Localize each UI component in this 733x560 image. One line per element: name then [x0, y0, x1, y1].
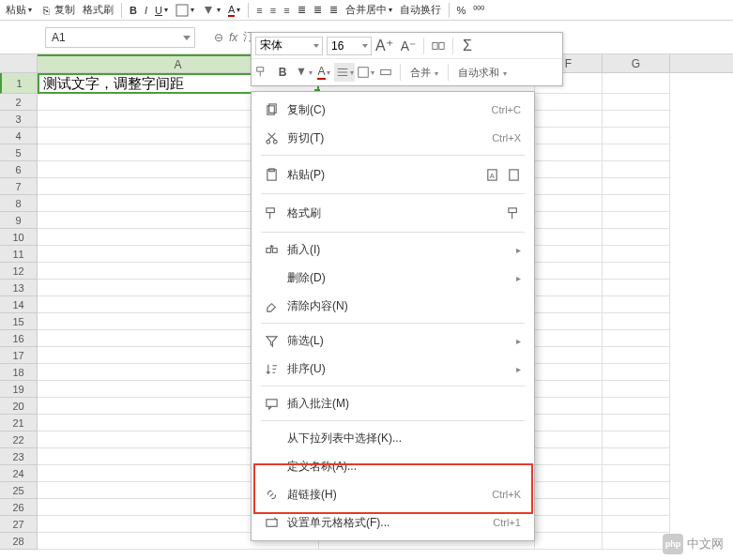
cell-reference-box[interactable]: A1	[45, 27, 195, 48]
bold-button[interactable]: B	[128, 5, 139, 16]
align-center-button[interactable]: ≡	[268, 5, 278, 16]
row-header[interactable]: 13	[0, 280, 38, 296]
align-right-button[interactable]: ≡	[282, 5, 291, 16]
filter-icon	[261, 334, 282, 348]
svg-rect-14	[510, 169, 518, 179]
row-header[interactable]: 20	[0, 398, 38, 415]
formula-area: ⊖ fx 汀	[214, 29, 254, 45]
fill-color-button[interactable]: ▾	[200, 4, 222, 17]
font-name-select[interactable]: 宋体	[255, 37, 323, 55]
row-header[interactable]: 16	[0, 330, 38, 347]
row-header[interactable]: 21	[0, 415, 38, 431]
menu-define-name[interactable]: 定义名称(A)...	[252, 452, 534, 480]
menu-format-cells[interactable]: 设置单元格格式(F)... Ctrl+1	[252, 508, 534, 537]
menu-label: 清除内容(N)	[287, 298, 521, 314]
format-painter-mini-button[interactable]	[252, 63, 272, 82]
autosum-mini-button[interactable]: 自动求和	[452, 66, 512, 80]
menu-clear[interactable]: 清除内容(N)	[252, 292, 534, 320]
align-left-button[interactable]: ≡	[254, 5, 264, 16]
row-header[interactable]: 2	[0, 94, 38, 111]
zoom-out-icon[interactable]: ⊖	[214, 31, 223, 44]
row-header[interactable]: 23	[0, 448, 38, 465]
copy-button[interactable]: ⎘ 复制	[38, 3, 77, 17]
menu-delete[interactable]: 删除(D) ▸	[252, 264, 534, 292]
row-header[interactable]: 4	[0, 128, 38, 144]
link-icon	[261, 488, 282, 502]
select-all-corner[interactable]	[0, 54, 38, 72]
percent-button[interactable]: %	[455, 5, 468, 16]
row-header[interactable]: 18	[0, 364, 38, 381]
merge-center-button[interactable]: 合并居中▾	[344, 3, 394, 17]
increase-font-button[interactable]: A⁺	[372, 37, 397, 54]
fill-color-mini-button[interactable]	[293, 63, 313, 82]
align-middle-button[interactable]: ≣	[312, 4, 324, 16]
divider	[449, 3, 450, 18]
underline-button[interactable]: U▾	[153, 5, 170, 16]
menu-cut[interactable]: 剪切(T) Ctrl+X	[252, 124, 534, 152]
decrease-font-button[interactable]: A⁻	[397, 38, 420, 53]
format-painter-button[interactable]: 格式刷	[81, 3, 115, 17]
border-mini-button[interactable]	[355, 63, 375, 82]
menu-insert-comment[interactable]: 插入批注(M)	[252, 389, 534, 417]
menu-label: 插入批注(M)	[287, 396, 521, 412]
row-header[interactable]: 1	[0, 73, 38, 94]
svg-rect-17	[266, 248, 270, 252]
border-button[interactable]: ▾	[174, 4, 196, 17]
menu-sort[interactable]: 排序(U) ▸	[252, 355, 534, 383]
merge-mini-button[interactable]: 合并	[405, 66, 444, 80]
row-header[interactable]: 9	[0, 212, 38, 229]
menu-paste[interactable]: 粘贴(P) A	[252, 159, 534, 190]
fx-icon[interactable]: fx	[229, 31, 237, 44]
row-header[interactable]: 7	[0, 178, 38, 195]
menu-shortcut: Ctrl+K	[492, 489, 521, 500]
menu-copy[interactable]: 复制(C) Ctrl+C	[252, 96, 534, 124]
row-header[interactable]: 19	[0, 381, 38, 398]
italic-button[interactable]: I	[143, 5, 149, 16]
menu-hyperlink[interactable]: 超链接(H) Ctrl+K	[252, 480, 534, 508]
row-header[interactable]: 5	[0, 144, 38, 161]
row-header[interactable]: 10	[0, 229, 38, 246]
autosum-icon[interactable]: Σ	[457, 37, 478, 55]
row-header[interactable]: 14	[0, 296, 38, 313]
font-size-select[interactable]: 16	[327, 37, 372, 55]
menu-shortcut: Ctrl+X	[492, 132, 521, 144]
row-header[interactable]: 11	[0, 246, 38, 263]
font-color-button[interactable]: A▾	[226, 4, 242, 17]
wrap-text-button[interactable]: 自动换行	[398, 3, 443, 17]
align-top-button[interactable]: ≣	[296, 4, 308, 16]
menu-label: 从下拉列表中选择(K)...	[287, 431, 521, 446]
format-painter-option[interactable]	[507, 206, 521, 220]
paste-options[interactable]: A	[485, 168, 521, 182]
align-mini-button[interactable]	[334, 63, 355, 82]
svg-rect-5	[381, 69, 391, 74]
comma-button[interactable]: ⁰⁰⁰	[471, 4, 486, 16]
svg-rect-15	[266, 207, 273, 212]
row-header[interactable]: 12	[0, 263, 38, 280]
row-header[interactable]: 24	[0, 465, 38, 482]
merge-icon[interactable]	[428, 37, 449, 55]
align-bottom-button[interactable]: ≣	[328, 4, 340, 16]
row-header[interactable]: 27	[0, 516, 38, 533]
cell-style-mini-button[interactable]	[375, 63, 396, 82]
menu-insert[interactable]: 插入(I) ▸	[252, 235, 534, 264]
menu-format-painter[interactable]: 格式刷	[252, 197, 534, 229]
row-header[interactable]: 22	[0, 431, 38, 448]
column-header-g[interactable]: G	[603, 54, 670, 72]
row-header[interactable]: 15	[0, 313, 38, 330]
row-header[interactable]: 25	[0, 482, 38, 499]
wrap-text-label: 自动换行	[400, 3, 441, 17]
bold-mini-button[interactable]: B	[272, 63, 293, 82]
menu-label: 删除(D)	[287, 270, 516, 286]
paste-button[interactable]: 粘贴▾	[4, 3, 34, 17]
row-header[interactable]: 26	[0, 499, 38, 516]
merge-label: 合并	[410, 67, 431, 78]
format-painter-icon	[261, 206, 282, 220]
row-header[interactable]: 8	[0, 195, 38, 212]
row-header[interactable]: 28	[0, 533, 38, 550]
row-header[interactable]: 3	[0, 111, 38, 128]
font-color-mini-button[interactable]: A	[313, 63, 334, 82]
row-header[interactable]: 6	[0, 161, 38, 178]
menu-pick-from-list[interactable]: 从下拉列表中选择(K)...	[252, 424, 534, 452]
menu-filter[interactable]: 筛选(L) ▸	[252, 326, 534, 355]
row-header[interactable]: 17	[0, 347, 38, 364]
